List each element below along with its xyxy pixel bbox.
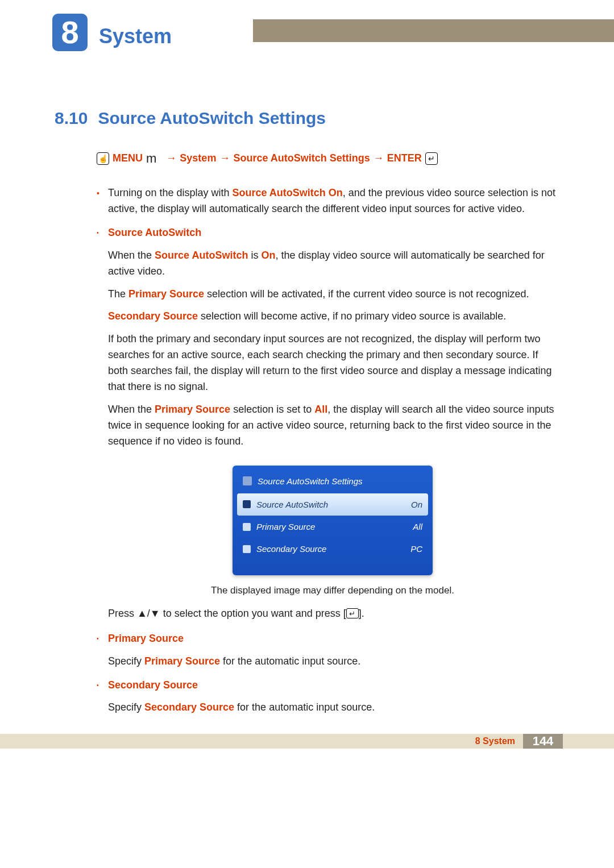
section-number: 8.10 — [55, 105, 88, 132]
text: for the automatic input source. — [220, 655, 360, 667]
enter-icon — [346, 608, 359, 618]
path-system: System — [180, 151, 216, 167]
osd-title: Source AutoSwitch Settings — [258, 475, 363, 488]
press-instruction: Press ▲/▼ to select the option you want … — [108, 606, 557, 622]
osd-header-icon — [243, 476, 252, 485]
text: selection will become active, if no prim… — [198, 310, 506, 322]
highlight: Primary Source — [144, 655, 220, 667]
row-icon — [243, 545, 251, 553]
path-source-autoswitch: Source AutoSwitch Settings — [233, 151, 370, 167]
row-label: Source AutoSwitch — [256, 498, 328, 511]
arrow-icon: → — [374, 151, 384, 167]
subsection-heading: Secondary Source — [108, 679, 198, 691]
highlight: All — [314, 404, 327, 415]
highlight: Secondary Source — [144, 701, 234, 713]
section-title: Source AutoSwitch Settings — [98, 105, 326, 132]
osd-row-selected: Source AutoSwitch On — [237, 493, 428, 516]
highlight: Primary Source — [128, 288, 204, 300]
menu-path: ☝ MENUm → System → Source AutoSwitch Set… — [97, 149, 557, 168]
menu-label: MENU — [113, 151, 143, 167]
row-value: All — [413, 520, 422, 533]
chapter-title: System — [99, 20, 172, 52]
text: selection is set to — [230, 404, 314, 415]
arrow-icon: → — [219, 151, 230, 167]
primary-source-section: Primary Source Specify Primary Source fo… — [97, 631, 557, 670]
page-footer: 8 System 144 — [0, 734, 614, 749]
row-label: Primary Source — [256, 520, 315, 533]
highlight: Secondary Source — [108, 310, 198, 322]
text: Press — [108, 608, 137, 619]
row-icon — [243, 500, 251, 508]
row-label: Secondary Source — [256, 542, 326, 555]
text: for the automatic input source. — [234, 701, 375, 713]
row-value: PC — [410, 542, 422, 555]
subsection-heading: Primary Source — [108, 633, 184, 644]
text: to select the option you want and press … — [160, 608, 346, 619]
osd-row: Primary Source All — [237, 516, 428, 538]
highlight: On — [261, 250, 275, 261]
text: The — [108, 288, 128, 300]
text: When the — [108, 250, 155, 261]
osd-screenshot: Source AutoSwitch Settings Source AutoSw… — [233, 466, 433, 575]
text: ]. — [359, 608, 364, 619]
enter-icon: ↵ — [425, 152, 438, 165]
footer-edge — [563, 734, 614, 749]
text: Specify — [108, 701, 144, 713]
page-number-badge: 144 — [523, 734, 563, 749]
chapter-number: 8 — [61, 8, 78, 57]
osd-row: Secondary Source PC — [237, 538, 428, 560]
footer-chapter-text: 8 System — [475, 734, 515, 749]
description-list: Turning on the display with Source AutoS… — [97, 185, 557, 716]
page-number: 144 — [533, 732, 554, 751]
page-content: ☝ MENUm → System → Source AutoSwitch Set… — [97, 149, 557, 724]
text: selection will be activated, if the curr… — [204, 288, 529, 300]
highlight: Source AutoSwitch On — [232, 187, 342, 198]
subsection-heading: Source AutoSwitch — [108, 227, 201, 238]
intro-paragraph: Turning on the display with Source AutoS… — [97, 185, 557, 217]
text: Specify — [108, 655, 144, 667]
osd-panel: Source AutoSwitch Settings Source AutoSw… — [233, 466, 433, 575]
row-icon — [243, 523, 251, 531]
header-band — [0, 19, 614, 42]
up-down-glyph: ▲/▼ — [137, 608, 160, 619]
section-heading: 8.10 Source AutoSwitch Settings — [55, 105, 326, 132]
footer-chapter-label: 8 System — [0, 734, 523, 749]
osd-header: Source AutoSwitch Settings — [237, 471, 428, 493]
text: Turning on the display with — [108, 187, 232, 198]
arrow-icon: → — [166, 151, 176, 167]
secondary-source-section: Secondary Source Specify Secondary Sourc… — [97, 678, 557, 716]
highlight: Primary Source — [155, 404, 230, 415]
menu-glyph: m — [146, 149, 156, 168]
osd-caption: The displayed image may differ depending… — [108, 583, 557, 598]
row-value: On — [411, 498, 422, 511]
highlight: Source AutoSwitch — [155, 250, 248, 261]
text: When the — [108, 404, 155, 415]
paragraph: If both the primary and secondary input … — [108, 331, 557, 395]
source-autoswitch-section: Source AutoSwitch When the Source AutoSw… — [97, 225, 557, 622]
chapter-number-badge: 8 — [52, 14, 88, 51]
enter-label: ENTER — [387, 151, 422, 167]
text: is — [248, 250, 261, 261]
remote-icon: ☝ — [97, 152, 109, 165]
